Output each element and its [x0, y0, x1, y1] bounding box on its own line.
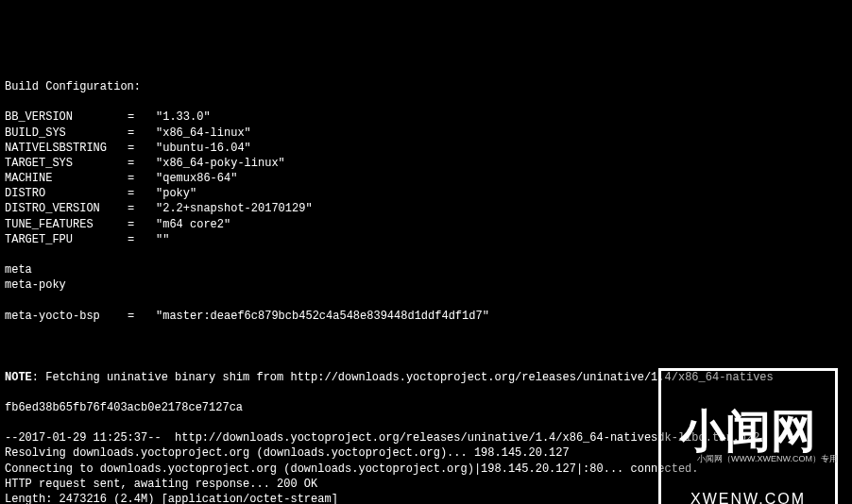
config-row: DISTRO= "poky" [5, 186, 847, 201]
config-row: MACHINE= "qemux86-64" [5, 171, 847, 186]
watermark-subtitle: 小闻网（WWW.XWENW.COM）专用 [697, 453, 838, 464]
config-key: DISTRO_VERSION [5, 201, 128, 216]
meta-line: meta-poky [5, 277, 847, 293]
meta-line: meta [5, 262, 847, 277]
watermark-box: 小闻网 XWENW.COM [658, 368, 838, 504]
config-row: TARGET_FPU= "" [5, 232, 847, 247]
config-value: "1.33.0" [156, 109, 211, 125]
config-key: TARGET_FPU [5, 232, 128, 247]
config-key: MACHINE [5, 171, 128, 186]
config-value: "x86_64-linux" [156, 126, 251, 141]
config-row: BUILD_SYS= "x86_64-linux" [5, 126, 847, 141]
config-value: "x86_64-poky-linux" [156, 156, 285, 171]
config-key: DISTRO [5, 186, 128, 201]
watermark-english: XWENW.COM [680, 489, 816, 504]
build-config-header: Build Configuration: [5, 79, 847, 94]
config-value: "ubuntu-16.04" [156, 141, 251, 156]
config-row: TUNE_FEATURES= "m64 core2" [5, 217, 847, 232]
config-row: NATIVELSBSTRING= "ubuntu-16.04" [5, 141, 847, 156]
config-value: "poky" [156, 186, 196, 201]
config-row: DISTRO_VERSION= "2.2+snapshot-20170129" [5, 201, 847, 216]
watermark-chinese: 小闻网 [680, 409, 816, 454]
config-key: TUNE_FEATURES [5, 217, 128, 232]
config-row: BB_VERSION= "1.33.0" [5, 109, 847, 125]
config-value: "qemux86-64" [156, 171, 237, 186]
config-key: BUILD_SYS [5, 126, 128, 141]
config-key: BB_VERSION [5, 109, 128, 125]
config-key: NATIVELSBSTRING [5, 141, 128, 156]
meta-yocto-row: meta-yocto-bsp= "master:deaef6c879bcb452… [5, 309, 847, 324]
config-row: TARGET_SYS= "x86_64-poky-linux" [5, 156, 847, 171]
config-key: TARGET_SYS [5, 156, 128, 171]
config-value: "m64 core2" [156, 217, 230, 232]
config-value: "" [156, 232, 169, 247]
config-value: "2.2+snapshot-20170129" [156, 201, 313, 216]
